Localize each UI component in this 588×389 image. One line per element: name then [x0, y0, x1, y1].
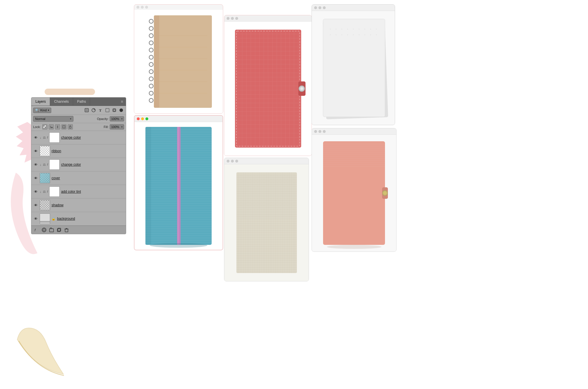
smart-filter-icon[interactable]	[111, 107, 117, 113]
svg-point-11	[149, 91, 153, 95]
window-beige-notebook[interactable]	[224, 158, 309, 281]
lock-artboard-icon[interactable]	[61, 124, 67, 129]
svg-point-8	[149, 70, 153, 74]
layer-row-change-color-2[interactable]: 👁 ↓ ⚖ f change color	[31, 158, 126, 171]
opacity-input[interactable]: 100% ▾	[110, 116, 124, 121]
panel-bottom-bar: f	[31, 226, 126, 234]
new-group-button[interactable]	[49, 227, 54, 233]
titlebar-1	[134, 5, 223, 10]
svg-rect-140	[178, 127, 179, 245]
svg-point-9	[149, 77, 153, 81]
svg-point-79	[330, 35, 331, 35]
new-layer-button[interactable]	[56, 227, 62, 233]
window-pink-notebook[interactable]	[224, 15, 312, 156]
tb3-btn3	[323, 6, 326, 9]
layer-row-background[interactable]: 👁 🔒 background	[31, 212, 126, 226]
kind-filter-select[interactable]: 🔍 Kind ▾	[33, 108, 51, 113]
delete-layer-button[interactable]	[64, 227, 69, 233]
lock-icons-group	[42, 124, 73, 129]
titlebar-6	[312, 128, 396, 135]
layer-row-change-color-1[interactable]: 👁 ↓ ⚖ f change color	[31, 131, 126, 144]
tb6-btn2	[318, 130, 321, 133]
svg-point-1	[149, 19, 153, 23]
visibility-icon-shadow[interactable]: 👁	[33, 203, 38, 208]
kind-label: Kind	[40, 108, 47, 112]
svg-rect-238	[45, 127, 46, 128]
window-salmon-notebook[interactable]	[312, 128, 397, 252]
search-icon: 🔍	[35, 108, 39, 112]
titlebar-2	[224, 15, 312, 22]
visibility-icon-ribbon[interactable]: 👁	[33, 148, 38, 154]
visibility-icon-1[interactable]: 👁	[33, 135, 38, 140]
layer-thumbnail-shadow	[40, 200, 50, 210]
layer-row-ribbon[interactable]: 👁 ribbon	[31, 144, 126, 158]
lock-transparent-icon[interactable]	[42, 124, 48, 129]
tb3-btn2	[318, 6, 321, 9]
tab-layers[interactable]: Layers	[31, 98, 50, 106]
panel-tabs: Layers Channels Paths ≡	[31, 98, 126, 106]
teal-notebook-svg	[140, 124, 217, 248]
layer-row-cover[interactable]: 👁 cover	[31, 171, 126, 185]
tb4-btn-green[interactable]	[145, 117, 148, 120]
svg-rect-230	[86, 109, 88, 111]
svg-rect-143	[236, 172, 297, 273]
layer-thumbnail-tint	[49, 186, 60, 197]
layer-thumbnail-ribbon	[40, 146, 50, 156]
pixel-filter-icon[interactable]	[84, 107, 90, 113]
svg-rect-249	[50, 229, 54, 232]
shape-filter-icon[interactable]	[105, 107, 110, 113]
opacity-value: 100%	[111, 117, 119, 121]
fill-value: 100%	[111, 125, 119, 129]
adjustment-filter-icon[interactable]	[91, 107, 96, 113]
layer-row-color-tint[interactable]: 👁 ↓ ⚖ f add color tint	[31, 185, 126, 199]
fill-input[interactable]: 100% ▾	[110, 124, 124, 129]
blend-mode-value: Normal	[35, 117, 45, 121]
lock-all-icon[interactable]	[68, 124, 73, 129]
panel-menu-icon[interactable]: ≡	[118, 98, 126, 106]
svg-rect-240	[45, 125, 46, 127]
notebook-content-teal	[134, 122, 223, 250]
svg-point-71	[336, 29, 337, 30]
window-gray-notebook[interactable]	[312, 4, 395, 125]
window-spiral-notebook[interactable]	[134, 4, 223, 114]
svg-point-241	[50, 126, 51, 127]
layer-thumbnail-change-color-2	[49, 159, 60, 170]
layer-name-background: background	[57, 217, 124, 221]
blend-mode-select[interactable]: Normal ▾	[33, 116, 73, 122]
tb4-btn-red[interactable]	[137, 117, 140, 120]
window-teal-notebook[interactable]	[134, 115, 223, 250]
tb6-btn1	[314, 130, 317, 133]
visibility-icon-tint[interactable]: 👁	[33, 189, 38, 194]
visibility-icon-bg[interactable]: 👁	[33, 216, 38, 221]
svg-rect-13	[154, 16, 212, 108]
visibility-icon-2[interactable]: 👁	[33, 162, 38, 167]
layer-row-shadow[interactable]: 👁 shadow	[31, 199, 126, 212]
svg-point-10	[149, 84, 153, 88]
lock-position-icon[interactable]	[55, 124, 60, 129]
svg-point-6	[149, 55, 153, 59]
tb3-btn1	[314, 6, 317, 9]
visibility-icon-cover[interactable]: 👁	[33, 176, 38, 181]
add-mask-button[interactable]	[41, 227, 47, 233]
filter-toggle[interactable]	[118, 107, 124, 113]
tb2-btn2	[231, 17, 234, 20]
svg-point-85	[365, 35, 365, 35]
svg-point-66	[300, 87, 303, 90]
svg-point-87	[376, 35, 377, 35]
layer-name-ribbon: ribbon	[52, 149, 124, 153]
spiral-notebook-svg	[143, 13, 215, 110]
svg-point-236	[120, 108, 123, 112]
add-fx-button[interactable]: f	[34, 227, 39, 233]
lock-image-icon[interactable]	[49, 124, 54, 129]
tb4-btn-yellow[interactable]	[141, 117, 144, 120]
titlebar-5	[224, 158, 309, 164]
svg-point-3	[149, 34, 153, 38]
tab-channels[interactable]: Channels	[50, 98, 73, 106]
layer-lock-bg-icon: 🔒	[52, 217, 56, 221]
type-filter-icon[interactable]: T	[98, 107, 103, 113]
tab-paths[interactable]: Paths	[73, 98, 90, 106]
layer-balance-icon-1: ⚖	[43, 136, 46, 140]
svg-point-228	[384, 192, 386, 194]
svg-point-72	[342, 29, 342, 30]
titlebar-btn-gray2	[141, 6, 144, 9]
